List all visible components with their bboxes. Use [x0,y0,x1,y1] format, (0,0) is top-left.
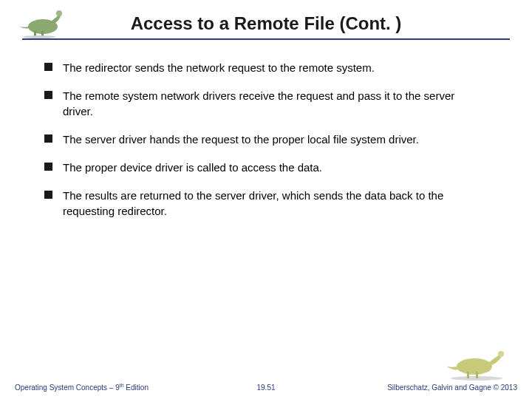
svg-point-7 [498,351,504,357]
square-bullet-icon [44,63,52,71]
list-item: The proper device driver is called to ac… [44,160,488,175]
svg-point-1 [56,10,62,16]
slide-content: The redirector sends the network request… [0,40,532,219]
square-bullet-icon [44,191,52,199]
footer-page-number: 19.51 [256,383,275,392]
footer-edition-suffix: Edition [124,383,149,392]
list-item: The redirector sends the network request… [44,61,488,75]
bullet-text: The results are returned to the server d… [63,188,488,219]
footer-copyright: Silberschatz, Galvin and Gagne © 2013 [387,383,517,392]
bullet-text: The proper device driver is called to ac… [63,160,322,175]
bullet-text: The server driver hands the request to t… [63,132,419,147]
list-item: The remote system network drivers receiv… [44,89,488,119]
square-bullet-icon [44,134,52,143]
footer-left-text: Operating System Concepts – 9th Edition [15,383,149,392]
footer-book-title: Operating System Concepts – 9 [15,383,120,392]
list-item: The results are returned to the server d… [44,188,488,219]
slide-footer: Operating System Concepts – 9th Edition … [0,383,532,392]
svg-rect-8 [467,372,469,378]
bullet-text: The remote system network drivers receiv… [63,89,488,119]
slide-title: Access to a Remote File (Cont. ) [22,13,510,38]
square-bullet-icon [44,91,52,99]
svg-rect-9 [476,372,478,378]
svg-point-4 [23,35,55,38]
slide-header: Access to a Remote File (Cont. ) [0,0,532,38]
list-item: The server driver hands the request to t… [44,132,488,147]
dinosaur-bottom-icon [443,347,510,381]
bullet-text: The redirector sends the network request… [63,61,375,75]
square-bullet-icon [44,163,52,171]
svg-point-6 [457,358,492,375]
dinosaur-top-icon [13,6,65,38]
